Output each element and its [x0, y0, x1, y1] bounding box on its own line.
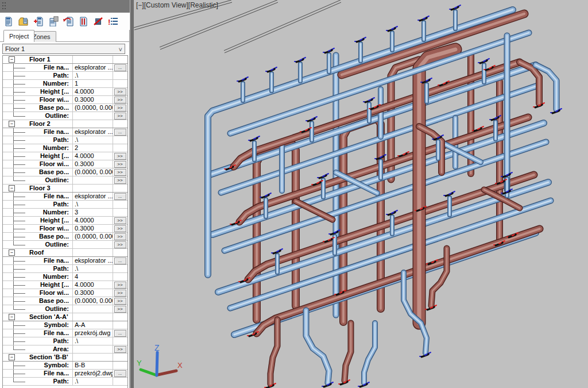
expand-button[interactable]: >>	[114, 113, 126, 120]
property-value[interactable]: przekrój.dwg	[72, 329, 113, 337]
property-value[interactable]	[72, 345, 113, 353]
piping-model-canvas[interactable]: ZYX	[134, 0, 588, 388]
property-value[interactable]: (0.0000, 0.0000	[72, 297, 113, 305]
property-value[interactable]	[72, 176, 113, 184]
valve[interactable]	[323, 48, 334, 53]
property-value[interactable]: 4.0000	[72, 88, 113, 95]
collapse-toggle[interactable]: −	[9, 185, 15, 191]
browse-button[interactable]: ...	[114, 258, 126, 264]
valve[interactable]	[355, 37, 366, 42]
pipe[interactable]	[431, 248, 447, 306]
section-header-row[interactable]: −Floor 1	[3, 56, 127, 64]
property-value[interactable]: (0.0000, 0.0000	[72, 233, 113, 240]
valve[interactable]	[260, 193, 271, 198]
expand-button[interactable]: >>	[114, 233, 126, 240]
property-value[interactable]: A-A	[72, 321, 113, 329]
property-value[interactable]: 0.3000	[72, 96, 113, 103]
property-value[interactable]: eksplorator ...	[72, 128, 113, 136]
open-project-button[interactable]	[18, 16, 29, 27]
property-value[interactable]	[72, 305, 113, 313]
valve[interactable]	[295, 57, 305, 62]
pipe[interactable]	[306, 310, 329, 383]
property-value[interactable]: 4	[72, 273, 113, 281]
property-value[interactable]: .\	[72, 337, 113, 345]
collapse-toggle[interactable]: −	[9, 249, 15, 256]
browse-button[interactable]: ...	[114, 64, 126, 71]
property-value[interactable]: .\	[72, 136, 113, 144]
pipe[interactable]	[345, 323, 351, 381]
expand-button[interactable]: >>	[114, 105, 126, 112]
property-value[interactable]: .\	[72, 201, 113, 208]
palette-splitter[interactable]	[130, 0, 134, 388]
expand-button[interactable]: >>	[114, 169, 126, 176]
import-floor-button[interactable]	[63, 16, 74, 27]
collapse-toggle[interactable]: −	[9, 314, 15, 320]
expand-button[interactable]: >>	[114, 298, 126, 305]
floor-list-button[interactable]: !	[107, 16, 118, 27]
expand-button[interactable]: >>	[114, 290, 126, 297]
property-value[interactable]: eksplorator ...	[72, 257, 113, 264]
section-header-row[interactable]: −Floor 2	[3, 120, 127, 128]
tab-project[interactable]: Project	[3, 30, 34, 42]
3d-viewport[interactable]: [−][Custom View][Realistic] ZYX	[134, 0, 588, 388]
expand-button[interactable]: >>	[114, 177, 126, 184]
viewport-controls-label[interactable]: [−][Custom View][Realistic]	[136, 1, 218, 9]
valve[interactable]	[478, 59, 489, 63]
add-floor-button[interactable]	[33, 16, 44, 27]
property-value[interactable]: (0.0000, 0.0000	[72, 168, 113, 176]
piping-model[interactable]	[208, 5, 562, 388]
property-value[interactable]: 2	[72, 144, 113, 152]
expand-button[interactable]: >>	[114, 153, 126, 160]
section-header-row[interactable]: −Roof	[3, 249, 127, 257]
property-value[interactable]: 4.0000	[72, 217, 113, 224]
property-value[interactable]: eksplorator ...	[72, 64, 113, 71]
valve[interactable]	[386, 210, 397, 215]
browse-button[interactable]: ...	[114, 193, 126, 200]
property-value[interactable]: B-B	[72, 362, 113, 369]
section-header-row[interactable]: −Floor 3	[3, 185, 127, 193]
property-value[interactable]: 0.3000	[72, 160, 113, 168]
valve[interactable]	[386, 26, 397, 31]
expand-button[interactable]: >>	[114, 97, 126, 103]
valve[interactable]	[363, 98, 374, 102]
property-value[interactable]: 3	[72, 209, 113, 216]
valve[interactable]	[272, 249, 283, 253]
palette-grip-handle[interactable]	[2, 2, 6, 10]
delete-floor-button[interactable]	[92, 16, 103, 27]
floor-manager-button[interactable]	[78, 16, 88, 27]
expand-button[interactable]: >>	[114, 346, 126, 353]
expand-button[interactable]: >>	[114, 217, 126, 224]
collapse-toggle[interactable]: −	[9, 121, 15, 127]
property-value[interactable]: 0.3000	[72, 225, 113, 232]
expand-button[interactable]: >>	[114, 161, 126, 168]
expand-button[interactable]: >>	[114, 241, 126, 248]
valve[interactable]	[450, 5, 461, 10]
floor-select[interactable]: Floor 1 ˅	[2, 44, 125, 54]
pipe[interactable]	[364, 323, 375, 383]
pipe[interactable]	[270, 320, 277, 384]
valve[interactable]	[237, 77, 248, 82]
property-value[interactable]: 4.0000	[72, 152, 113, 160]
property-value[interactable]: .\	[72, 378, 113, 385]
valve[interactable]	[306, 117, 317, 121]
expand-button[interactable]: >>	[114, 282, 126, 289]
property-value[interactable]: eksplorator ...	[72, 193, 113, 200]
property-value[interactable]: (0.0000, 0.0000	[72, 104, 113, 112]
collapse-toggle[interactable]: −	[9, 56, 15, 63]
property-value[interactable]: przekrój2.dwg	[72, 370, 113, 377]
property-value[interactable]: 4.0000	[72, 281, 113, 289]
property-value[interactable]	[72, 112, 113, 120]
section-header-row[interactable]: −Section 'A-A'	[3, 313, 127, 321]
expand-button[interactable]: >>	[114, 306, 126, 313]
browse-button[interactable]: ...	[114, 129, 126, 136]
expand-button[interactable]: >>	[114, 225, 126, 232]
palette-titlebar[interactable]	[0, 0, 130, 13]
property-value[interactable]	[72, 241, 113, 248]
copy-floor-button[interactable]	[48, 16, 59, 27]
expand-button[interactable]: >>	[114, 89, 126, 95]
property-value[interactable]: 1	[72, 80, 113, 87]
valve[interactable]	[418, 16, 429, 21]
property-value[interactable]: .\	[72, 72, 113, 79]
valve[interactable]	[444, 191, 455, 196]
browse-button[interactable]: ...	[114, 370, 126, 377]
